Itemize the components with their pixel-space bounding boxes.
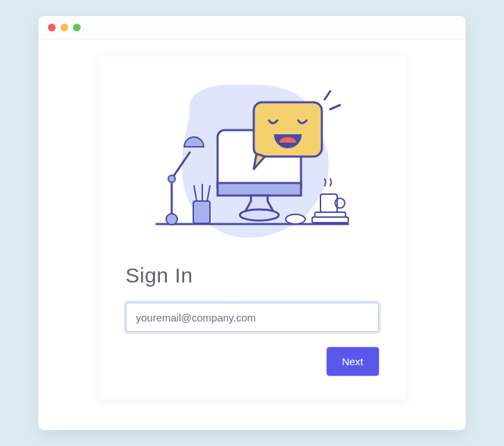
svg-point-15 — [240, 209, 279, 221]
svg-rect-2 — [312, 217, 348, 223]
email-input[interactable] — [126, 303, 379, 332]
window-minimize-icon[interactable] — [60, 24, 68, 31]
svg-point-16 — [286, 214, 305, 224]
svg-rect-5 — [193, 201, 210, 223]
signin-heading: Sign In — [126, 264, 379, 287]
hero-illustration — [126, 74, 379, 248]
actions-row: Next — [126, 347, 379, 376]
svg-rect-14 — [218, 183, 301, 196]
signin-card: Sign In Next — [99, 56, 405, 399]
window-close-icon[interactable] — [48, 24, 56, 31]
svg-line-18 — [325, 91, 330, 99]
svg-point-12 — [168, 175, 175, 182]
window-titlebar — [38, 16, 466, 40]
svg-line-19 — [330, 105, 340, 109]
window-zoom-icon[interactable] — [73, 24, 81, 31]
browser-window: Sign In Next — [38, 16, 466, 430]
content-area: Sign In Next — [38, 40, 466, 423]
next-button[interactable]: Next — [327, 347, 379, 376]
svg-rect-17 — [254, 102, 322, 157]
svg-point-9 — [166, 214, 177, 225]
desk-illustration-icon — [141, 74, 364, 248]
